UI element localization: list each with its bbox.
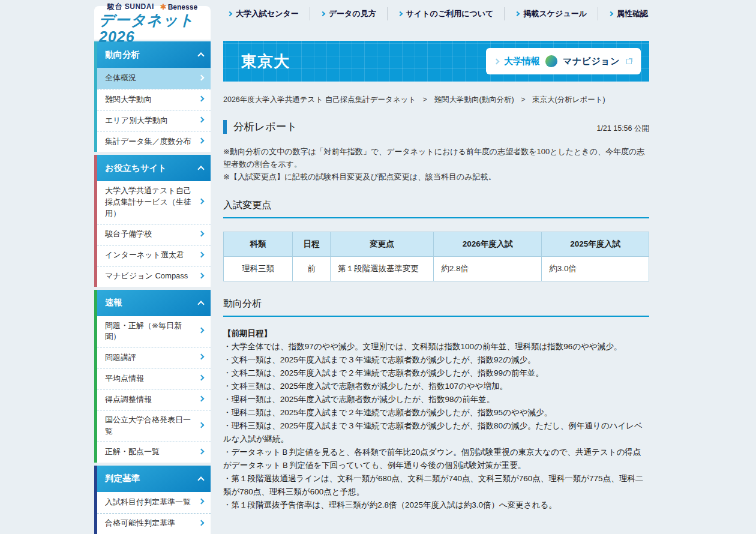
top-nav-label: サイトのご利用について (406, 8, 494, 19)
col-header-henkouten: 変更点 (330, 232, 433, 256)
sidebar-item-mondai-kouhyou[interactable]: 問題講評 (97, 347, 211, 368)
analysis-subheading: 【前期日程】 (223, 327, 649, 340)
benesse-logo-text: Benesse (168, 3, 197, 11)
sidebar-item-manavision-compass[interactable]: マナビジョン Compass (97, 266, 211, 287)
site-logo[interactable]: 駿台 SUNDAI ✱ Benesse データネット2026 (94, 6, 211, 40)
changes-table: 科類 日程 変更点 2026年度入試 2025年度入試 理科三類 前 第１段階選… (223, 232, 649, 281)
analysis-bullet: ・理科三類は、2025年度入試まで３年連続で志願者数が減少したが、指数80の減少… (223, 419, 649, 446)
sidebar-header-doukou-bunseki[interactable]: 動向分析 (97, 41, 211, 68)
sidebar-item-nankan-daigaku-doukou[interactable]: 難関大学動向 (97, 89, 211, 110)
analysis-bullet: ・理科一類は、2025年度入試で志願者数が減少したが、指数98の前年並。 (223, 393, 649, 406)
sidebar-item-sundai-yobigakkou[interactable]: 駿台予備学校 (97, 224, 211, 245)
analysis-bullet: ・文科二類は、2025年度入試まで２年連続で志願者数が減少したが、指数99の前年… (223, 367, 649, 380)
sidebar-section-doukou-bunseki: 動向分析 全体概況 難関大学動向 エリア別大学動向 集計データ集／度数分布 (94, 41, 211, 152)
section-heading-nyuushi-henkouten: 入試変更点 (223, 199, 649, 218)
sidebar-item-label: 問題・正解（※毎日新聞） (105, 320, 195, 343)
sidebar-item-label: 国公立大学合格発表日一覧 (105, 415, 195, 437)
chevron-right-icon (199, 74, 205, 80)
chevron-right-icon (199, 199, 205, 205)
manavision-logo-icon (545, 55, 557, 67)
cell-category: 理科三類 (224, 256, 293, 281)
sidebar: 駿台 SUNDAI ✱ Benesse データネット2026 動向分析 全体概況… (94, 6, 211, 534)
sidebar-section-sokuhou: 速報 問題・正解（※毎日新聞） 問題講評 平均点情報 得点調整情報 国公立大学合… (94, 290, 211, 463)
sidebar-item-internet-sentakun[interactable]: インターネット選太君 (97, 245, 211, 266)
sidebar-item-zentai-gaikyou[interactable]: 全体概況 (97, 68, 211, 89)
chevron-right-icon (493, 58, 499, 64)
chevron-right-icon (199, 499, 205, 505)
sidebar-item-label: マナビジョン Compass (105, 271, 188, 282)
analysis-body: 【前期日程】 ・大学全体では、指数97のやや減少。文理別では、文科類は指数100… (223, 327, 649, 512)
external-link-icon (626, 58, 632, 64)
sidebar-header-sokuhou[interactable]: 速報 (97, 290, 211, 316)
chevron-right-icon (515, 11, 520, 16)
breadcrumb-root[interactable]: 2026年度大学入学共通テスト 自己採点集計データネット (223, 95, 416, 104)
sidebar-item-area-betsu-doukou[interactable]: エリア別大学動向 (97, 110, 211, 131)
published-timestamp: 1/21 15:56 公開 (596, 124, 649, 134)
sidebar-item-shuukei-data[interactable]: 集計データ集／度数分布 (97, 131, 211, 152)
report-title-row: 分析レポート 1/21 15:56 公開 (223, 120, 649, 134)
cell-2026: 約2.8倍 (434, 256, 542, 281)
top-nav-label: 大学入試センター (236, 8, 299, 19)
sidebar-header-label: 動向分析 (105, 49, 140, 61)
sidebar-header-label: 速報 (105, 297, 122, 308)
chevron-right-icon (199, 251, 205, 257)
col-header-karui: 科類 (224, 232, 293, 256)
top-nav-label: データの見方 (329, 8, 376, 19)
top-nav-label: 掲載スケジュール (523, 8, 587, 19)
table-row: 理科三類 前 第１段階選抜基準変更 約2.8倍 約3.0倍 (224, 256, 649, 281)
sidebar-item-seikai-haiten[interactable]: 正解・配点一覧 (97, 442, 211, 463)
sidebar-item-heikinten-jouhou[interactable]: 平均点情報 (97, 368, 211, 389)
analysis-bullet: ・大学全体では、指数97のやや減少。文理別では、文科類は指数100の前年並、理科… (223, 340, 649, 353)
top-nav-keisai-schedule[interactable]: 掲載スケジュール (505, 7, 598, 20)
sidebar-item-goukaku-kanousei[interactable]: 合格可能性判定基準 (97, 513, 211, 534)
cell-2025: 約3.0倍 (542, 256, 649, 281)
cell-schedule: 前 (292, 256, 330, 281)
chevron-right-icon (199, 117, 205, 123)
chevron-up-icon (197, 166, 204, 172)
chevron-right-icon (227, 11, 232, 16)
sidebar-item-label: 難関大学動向 (105, 94, 152, 106)
university-info-label: 大学情報 (504, 56, 540, 67)
breadcrumb-level2[interactable]: 難関大学動向(動向分析) (434, 95, 514, 104)
sidebar-header-oyakudachi[interactable]: お役立ちサイト (97, 155, 211, 181)
top-nav-zokusei-kakunin[interactable]: 属性確認 (598, 7, 649, 20)
chevron-right-icon (199, 230, 205, 236)
sidebar-item-label: 問題講評 (105, 352, 136, 364)
main-content: 大学入試センター データの見方 サイトのご利用について 掲載スケジュール 属性確… (223, 0, 649, 534)
sidebar-item-tokuten-chousei[interactable]: 得点調整情報 (97, 389, 211, 410)
sidebar-item-label: インターネット選太君 (105, 250, 184, 261)
analysis-bullet: ・文科一類は、2025年度入試まで３年連続で志願者数が減少したが、指数92の減少… (223, 353, 649, 367)
sidebar-item-label: 大学入学共通テスト自己採点集計サービス（生徒用） (105, 185, 195, 220)
chevron-up-icon (197, 301, 204, 307)
sidebar-item-jiko-saiten-service[interactable]: 大学入学共通テスト自己採点集計サービス（生徒用） (97, 181, 211, 224)
note-line: ※動向分析の文中の数字は「対前年指数」で、データネットにおける前年度の志望者数を… (223, 145, 649, 170)
chevron-up-icon (197, 476, 204, 483)
chevron-right-icon (199, 138, 205, 144)
benesse-mark-icon: ✱ (160, 2, 167, 11)
sidebar-item-label: 集計データ集／度数分布 (105, 136, 191, 148)
sidebar-item-label: 正解・配点一覧 (105, 446, 160, 458)
chevron-right-icon (199, 375, 205, 381)
section-heading-doukou-bunseki: 動向分析 (223, 298, 649, 317)
sidebar-item-label: 全体概況 (105, 73, 136, 84)
breadcrumb: 2026年度大学入学共通テスト 自己採点集計データネット > 難関大学動向(動向… (223, 95, 649, 105)
logo-brands: 駿台 SUNDAI ✱ Benesse (107, 2, 197, 12)
sidebar-header-label: 判定基準 (105, 473, 140, 484)
university-info-button[interactable]: 大学情報 マナビジョン (486, 48, 641, 74)
site-title: データネット2026 (99, 12, 206, 45)
report-notes: ※動向分析の文中の数字は「対前年指数」で、データネットにおける前年度の志望者数を… (223, 145, 649, 183)
sidebar-item-goukaku-happyoubi[interactable]: 国公立大学合格発表日一覧 (97, 410, 211, 442)
chevron-right-icon (199, 396, 205, 402)
sidebar-item-mondai-seikai[interactable]: 問題・正解（※毎日新聞） (97, 316, 211, 347)
col-header-2025: 2025年度入試 (542, 232, 649, 256)
sidebar-item-nyuushi-kamoku-hantei[interactable]: 入試科目付判定基準一覧 (97, 492, 211, 513)
col-header-nittei: 日程 (292, 232, 330, 256)
sidebar-item-label: 入試科目付判定基準一覧 (105, 497, 191, 508)
benesse-logo: ✱ Benesse (160, 2, 197, 11)
top-nav-daigaku-nyuushi-center[interactable]: 大学入試センター (217, 7, 310, 20)
sidebar-header-hantei-kijun[interactable]: 判定基準 (97, 466, 211, 492)
top-nav-data-no-mikata[interactable]: データの見方 (310, 7, 388, 20)
top-nav-site-goriyou[interactable]: サイトのご利用について (388, 7, 505, 20)
chevron-right-icon (199, 422, 205, 428)
sidebar-item-label: エリア別大学動向 (105, 115, 168, 127)
